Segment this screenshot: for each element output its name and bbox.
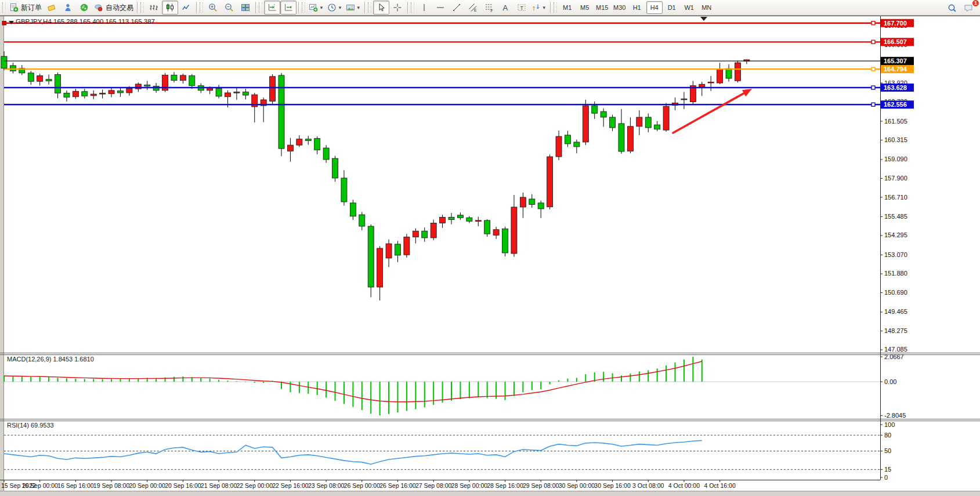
candle-body [484,220,490,234]
tf-m1-button[interactable]: M1 [559,1,576,14]
candle-body [538,203,544,209]
line-handle[interactable] [871,40,875,44]
button-label: 新订单 [21,3,42,13]
text-a-icon: A [501,3,510,12]
toolbar-separator [255,2,256,13]
rsi-axis-label: 80 [884,432,891,439]
time-tick-label: 4 Oct 00:00 [668,482,700,489]
timeframe-label: M30 [613,4,625,11]
search-button[interactable] [944,1,960,15]
zoom-in-button[interactable] [205,1,221,15]
rsi-axis-label: 100 [884,421,895,428]
crosshair-button[interactable] [389,1,406,15]
svg-text:T: T [520,5,523,11]
arrows-button[interactable]: ▼ [530,1,548,15]
candle-body [332,158,338,178]
fibo-icon: F [484,3,494,12]
chevron-down-icon: ▼ [542,5,547,10]
line-handle-left[interactable] [2,21,6,26]
new-order-icon [9,3,19,12]
candle-body [601,111,606,117]
candle-body [431,223,436,238]
svg-text:F: F [490,9,493,13]
chevron-down-icon: ▼ [356,5,361,10]
candle-body [10,66,16,71]
tile-windows-button[interactable] [237,1,254,15]
candle-body [216,88,222,96]
time-tick-label: 26 Sep 16:00 [379,482,416,489]
market-watch-button[interactable] [60,1,76,15]
trendline-button[interactable] [449,1,465,15]
candle-body [583,106,588,142]
chevron-down-icon: ▼ [319,5,324,10]
tf-m5-button[interactable]: M5 [577,1,593,14]
chart-bars-icon [149,3,158,12]
timeframe-label: H4 [650,4,659,11]
chart-canvas: 167.525166.300165.110163.920162.730161.5… [0,16,980,496]
tf-h1-button[interactable]: H1 [629,1,645,14]
auto-scroll-button[interactable] [280,1,296,15]
candle-body [726,68,732,78]
tf-w1-button[interactable]: W1 [681,1,697,14]
time-tick-label: 26 Sep 00:00 [344,482,381,489]
text-button[interactable]: A [497,1,513,15]
horizontal-line-button[interactable] [432,1,449,15]
line-handle[interactable] [871,86,875,89]
chevron-down-icon: ▼ [338,5,342,10]
line-handle[interactable] [871,67,875,71]
candle-body [592,106,598,113]
tf-h4-button[interactable]: H4 [646,1,663,14]
sound-alert-button[interactable] [76,1,92,15]
chart-candles-icon [165,3,175,12]
vertical-line-button[interactable] [416,1,432,15]
zoom-out-button[interactable] [221,1,237,15]
price-tick-label: 155.485 [884,213,907,220]
price-tick-label: 147.085 [884,346,907,353]
candle-body [386,244,392,258]
price-tick-label: 161.505 [884,118,907,125]
tf-d1-button[interactable]: D1 [664,1,680,14]
cursor-button[interactable] [373,1,389,15]
ticket-button[interactable] [44,1,60,15]
notifications-button[interactable]: 1 [960,1,977,15]
line-chart-button[interactable] [178,1,194,15]
candle-body [46,79,52,81]
svg-text:164.794: 164.794 [884,66,907,73]
rsi-axis-label: 50 [884,447,891,454]
candle-body [1,56,7,68]
candle-body [422,231,428,238]
price-level-badge: 163.628 [881,84,914,92]
tf-m30-button[interactable]: M30 [612,1,628,14]
bar-chart-button[interactable] [146,1,162,15]
timeframe-label: D1 [668,4,676,11]
candle-body [126,88,132,93]
chart-line-icon [182,3,191,12]
candle-body [708,82,714,83]
rsi-label: RSI(14) 69.9533 [7,422,54,429]
price-tick-label: 148.275 [884,327,907,334]
auto-scroll-icon [284,3,293,12]
toolbar-grip [554,2,557,13]
crosshair-icon [393,3,402,12]
equidistant-channel-button[interactable]: E [465,1,481,15]
button-label: 自动交易 [106,3,133,13]
fibonacci-button[interactable]: F [481,1,497,15]
candle-body [574,142,580,147]
text-label-button[interactable]: T [513,1,530,15]
templates-button[interactable]: ▼ [344,1,363,15]
candle-body [171,75,177,80]
new-order-button[interactable]: 新订单 [8,1,44,15]
line-handle[interactable] [871,21,875,25]
candle-body [323,148,329,160]
ticket-icon [47,3,56,12]
candlestick-chart-button[interactable] [162,1,178,15]
candle-body [699,84,705,87]
tf-m15-button[interactable]: M15 [594,1,610,14]
tf-mn-button[interactable]: MN [699,1,715,14]
new-chart-button[interactable]: ▼ [307,1,326,15]
periods-button[interactable]: ▼ [326,1,344,15]
chart-shift-button[interactable] [264,1,280,15]
line-handle[interactable] [871,103,875,106]
autotrading-button[interactable]: 自动交易 [92,1,135,15]
template-icon [346,3,355,12]
